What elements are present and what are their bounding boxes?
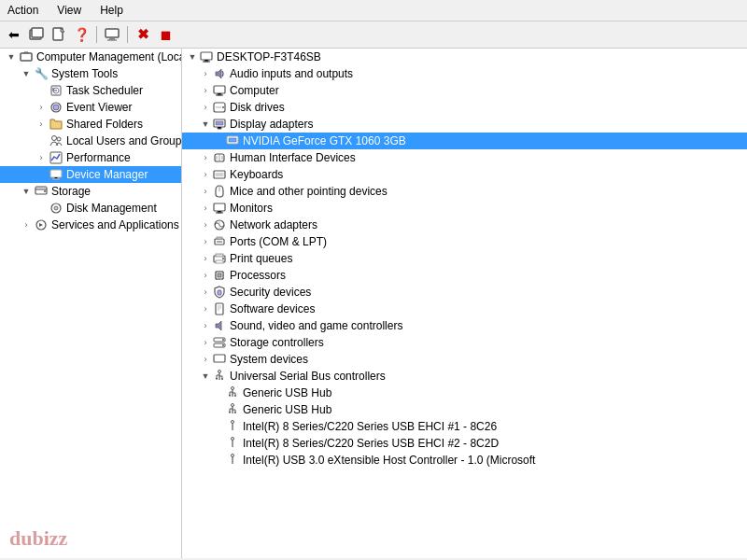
system-tools-toggle: ▼ bbox=[19, 69, 34, 78]
print-icon bbox=[212, 251, 227, 266]
sidebar-item-performance[interactable]: › Performance bbox=[0, 149, 181, 166]
menu-help[interactable]: Help bbox=[96, 2, 127, 19]
device-processors[interactable]: › Processors bbox=[182, 267, 747, 284]
processors-label: Processors bbox=[230, 269, 286, 282]
disk-management-label: Disk Management bbox=[66, 202, 157, 215]
device-system[interactable]: › System devices bbox=[182, 351, 747, 368]
security-toggle: › bbox=[199, 287, 212, 297]
sidebar-item-event-viewer[interactable]: › Event Viewer bbox=[0, 99, 181, 116]
monitors-icon bbox=[212, 201, 227, 216]
ports-toggle: › bbox=[199, 237, 212, 246]
computer-button[interactable] bbox=[102, 24, 122, 45]
system-tools-icon: 🔧 bbox=[34, 66, 49, 81]
menu-view[interactable]: View bbox=[53, 2, 85, 19]
svg-point-100 bbox=[234, 412, 236, 413]
usb-label: Universal Serial Bus controllers bbox=[230, 370, 386, 383]
device-keyboards[interactable]: › Keyboards bbox=[182, 166, 747, 183]
intel-usb1-icon bbox=[225, 419, 240, 434]
device-usb-hub2[interactable]: Generic USB Hub bbox=[182, 401, 747, 418]
device-mice[interactable]: › Mice and other pointing devices bbox=[182, 183, 747, 200]
shared-folders-label: Shared Folders bbox=[66, 118, 143, 131]
new-window-button[interactable] bbox=[26, 24, 47, 45]
device-computer[interactable]: › Computer bbox=[182, 82, 747, 99]
device-storage-controllers[interactable]: › Storage controllers bbox=[182, 334, 747, 351]
device-monitors[interactable]: › Monitors bbox=[182, 200, 747, 217]
storage-ctrl-toggle: › bbox=[199, 338, 212, 347]
device-root[interactable]: ▼ DESKTOP-F3T46SB bbox=[182, 49, 747, 65]
print-toggle: › bbox=[199, 254, 212, 263]
local-users-icon bbox=[49, 133, 63, 148]
device-manager-icon bbox=[49, 167, 63, 182]
system-label: System devices bbox=[230, 353, 308, 366]
device-usb[interactable]: ▼ Universal Serial Bus controllers bbox=[182, 368, 747, 385]
sidebar-item-task-scheduler[interactable]: Task Scheduler bbox=[0, 82, 181, 99]
svg-rect-50 bbox=[216, 254, 223, 257]
sidebar-item-services-apps[interactable]: › Services and Applications bbox=[0, 217, 181, 233]
intel-usb2-icon bbox=[225, 436, 240, 451]
system-toggle: › bbox=[199, 355, 212, 364]
device-print-queues[interactable]: › Print queues bbox=[182, 250, 747, 267]
storage-icon bbox=[34, 184, 49, 199]
svg-rect-4 bbox=[21, 53, 32, 61]
system-icon bbox=[212, 352, 227, 367]
keyboards-label: Keyboards bbox=[230, 168, 283, 181]
nvidia-label: NVIDIA GeForce GTX 1060 3GB bbox=[243, 134, 406, 147]
usb-hub1-icon bbox=[225, 385, 240, 400]
hid-icon bbox=[212, 150, 227, 165]
toolbar-separator2 bbox=[127, 26, 128, 43]
sound-toggle: › bbox=[199, 321, 212, 330]
performance-label: Performance bbox=[66, 151, 131, 164]
svg-rect-25 bbox=[216, 121, 223, 125]
device-usb-hub1[interactable]: Generic USB Hub bbox=[182, 385, 747, 401]
doc-button[interactable] bbox=[49, 24, 69, 45]
device-software[interactable]: › Software devices bbox=[182, 301, 747, 317]
svg-rect-3 bbox=[106, 29, 119, 37]
svg-rect-89 bbox=[229, 395, 231, 397]
intel-usb3-icon bbox=[225, 453, 240, 468]
disk-management-icon bbox=[49, 201, 63, 216]
svg-point-75 bbox=[222, 344, 224, 346]
svg-rect-54 bbox=[218, 273, 221, 277]
stop-button[interactable]: ⏹ bbox=[155, 24, 176, 45]
delete-button[interactable]: ✖ bbox=[133, 24, 153, 45]
menu-action[interactable]: Action bbox=[4, 2, 42, 19]
software-label: Software devices bbox=[230, 302, 315, 315]
device-audio[interactable]: › Audio inputs and outputs bbox=[182, 65, 747, 82]
svg-rect-20 bbox=[214, 86, 225, 93]
sidebar-item-disk-management[interactable]: Disk Management bbox=[0, 200, 181, 217]
device-ports[interactable]: › Ports (COM & LPT) bbox=[182, 233, 747, 250]
svg-point-17 bbox=[54, 206, 58, 210]
device-disk-drives[interactable]: › Disk drives bbox=[182, 99, 747, 116]
processors-toggle: › bbox=[199, 271, 212, 280]
device-sound[interactable]: › Sound, video and game controllers bbox=[182, 317, 747, 334]
event-viewer-label: Event Viewer bbox=[66, 101, 132, 114]
device-intel-usb3[interactable]: Intel(R) USB 3.0 eXtensible Host Control… bbox=[182, 452, 747, 469]
sidebar-item-system-tools[interactable]: ▼ 🔧 System Tools bbox=[0, 65, 181, 82]
svg-rect-1 bbox=[32, 28, 43, 37]
sound-label: Sound, video and game controllers bbox=[230, 319, 402, 332]
monitors-label: Monitors bbox=[230, 202, 273, 215]
device-intel-usb1[interactable]: Intel(R) 8 Series/C220 Series USB EHCI #… bbox=[182, 418, 747, 435]
sidebar-item-shared-folders[interactable]: › Shared Folders bbox=[0, 116, 181, 133]
network-toggle: › bbox=[199, 220, 212, 230]
root-label: Computer Management (Local bbox=[36, 50, 182, 63]
svg-point-10 bbox=[57, 137, 61, 141]
sidebar-item-local-users[interactable]: Local Users and Groups bbox=[0, 133, 181, 149]
device-security[interactable]: › Security devices bbox=[182, 284, 747, 301]
device-display-adapters[interactable]: ▼ Display adapters bbox=[182, 116, 747, 133]
svg-point-52 bbox=[222, 258, 224, 259]
sidebar-item-storage[interactable]: ▼ Storage bbox=[0, 183, 181, 200]
device-intel-usb2[interactable]: Intel(R) 8 Series/C220 Series USB EHCI #… bbox=[182, 435, 747, 452]
tree-root[interactable]: ▼ Computer Management (Local bbox=[0, 49, 181, 65]
device-network-adapters[interactable]: › Network adapters bbox=[182, 217, 747, 233]
audio-label: Audio inputs and outputs bbox=[230, 67, 353, 80]
svg-rect-67 bbox=[218, 290, 221, 295]
software-toggle: › bbox=[199, 304, 212, 314]
usb-hub2-label: Generic USB Hub bbox=[243, 403, 331, 416]
device-hid[interactable]: › Human Interface Devices bbox=[182, 149, 747, 166]
svg-point-85 bbox=[232, 387, 234, 390]
back-button[interactable]: ⬅ bbox=[4, 24, 24, 45]
sidebar-item-device-manager[interactable]: Device Manager bbox=[0, 166, 181, 183]
help-button[interactable]: ❓ bbox=[71, 24, 92, 45]
device-nvidia[interactable]: NVIDIA GeForce GTX 1060 3GB bbox=[182, 133, 747, 149]
